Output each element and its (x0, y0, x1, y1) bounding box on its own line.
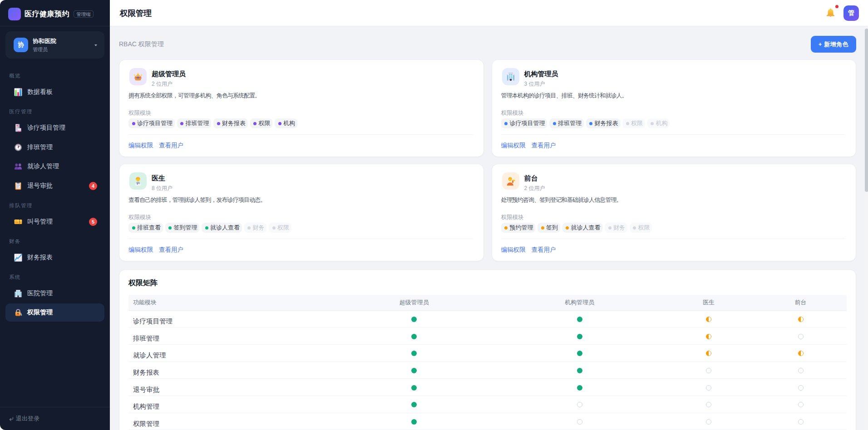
role-links: 编辑权限查看用户 (128, 246, 473, 254)
sidebar-item-权限管理[interactable]: 权限管理 (5, 303, 104, 322)
sidebar-item-叫号管理[interactable]: 叫号管理5 (5, 213, 104, 231)
matrix-column-header: 机构管理员 (496, 295, 663, 310)
role-name: 医生 (152, 175, 173, 182)
admin-badge: 管理端 (74, 10, 94, 18)
sidebar-item-label: 就诊人管理 (27, 162, 59, 171)
role-card-head: 前台2 位用户 (501, 172, 845, 191)
role-user-count: 3 位用户 (524, 81, 558, 87)
scrollbar-thumb[interactable] (865, 29, 868, 192)
view-users-link[interactable]: 查看用户 (159, 142, 183, 150)
matrix-cell (663, 379, 755, 396)
notifications-button[interactable] (825, 8, 836, 18)
sidebar-item-退号审批[interactable]: 退号审批4 (5, 177, 104, 195)
view-users-link[interactable]: 查看用户 (159, 246, 183, 254)
app-logo-icon (8, 8, 21, 20)
matrix-row-权限管理: 权限管理 (128, 413, 847, 430)
matrix-column-header: 前台 (755, 295, 847, 310)
module-tag: 就诊人查看 (562, 223, 603, 233)
sidebar-item-就诊人管理[interactable]: 就诊人管理 (5, 157, 104, 176)
matrix-cell (332, 396, 496, 413)
matrix-cell (332, 379, 496, 396)
matrix-cell (663, 362, 755, 379)
logout-button[interactable]: 退出登录 (0, 407, 110, 430)
edit-permissions-link[interactable]: 编辑权限 (501, 246, 526, 254)
module-tags: 排班查看签到管理就诊人查看财务权限 (128, 223, 473, 233)
matrix-cell (755, 379, 847, 396)
role-meta: 前台2 位用户 (524, 172, 545, 191)
role-name: 机构管理员 (524, 70, 558, 78)
logout-label: 退出登录 (16, 415, 39, 423)
topbar: 权限管理 管 (110, 0, 868, 26)
module-tag: 排班管理 (177, 118, 212, 128)
user-avatar[interactable]: 管 (843, 5, 859, 21)
role-card-head: 机构管理员3 位用户 (501, 68, 845, 87)
view-users-link[interactable]: 查看用户 (532, 142, 556, 150)
sidebar-item-label: 退号审批 (27, 182, 53, 190)
hospital-info: 协和医院 管理员 (33, 38, 56, 53)
scrollbar[interactable] (864, 26, 868, 430)
crown-icon (133, 72, 143, 82)
role-description: 处理预约咨询、签到登记和基础就诊人信息管理。 (501, 195, 845, 205)
permission-half-icon (706, 317, 711, 322)
permission-none-icon (706, 385, 711, 391)
count-badge: 4 (89, 182, 97, 190)
module-tag: 签到 (538, 223, 560, 233)
matrix-cell (332, 413, 496, 430)
sidebar-item-数据看板[interactable]: 数据看板 (5, 83, 104, 101)
role-card-head: 超级管理员2 位用户 (128, 68, 473, 87)
permission-matrix-card: 权限矩阵 功能模块超级管理员机构管理员医生前台诊疗项目管理排班管理就诊人管理财务… (119, 269, 856, 430)
modules-label: 权限模块 (128, 214, 473, 221)
add-role-button[interactable]: + 新增角色 (811, 36, 856, 53)
chart-up-icon (14, 253, 23, 262)
module-tag: 机构 (647, 118, 670, 128)
view-users-link[interactable]: 查看用户 (532, 246, 556, 254)
nav-group: 系统医院管理权限管理 (0, 274, 110, 322)
permission-full-icon (411, 385, 417, 391)
tag-dot (608, 226, 612, 230)
matrix-row-排班管理: 排班管理 (128, 327, 847, 345)
app-title: 医疗健康预约 (25, 10, 69, 19)
module-tag: 权限 (269, 223, 291, 233)
main-area: 权限管理 管 RBAC 权限管理 + 新增角色 超级管理员2 位用户拥有系统全部… (110, 0, 868, 430)
tag-dot (278, 122, 281, 125)
page-subtitle: RBAC 权限管理 (119, 40, 164, 49)
edit-permissions-link[interactable]: 编辑权限 (128, 246, 153, 254)
tag-dot (253, 122, 256, 125)
sidebar-item-财务报表[interactable]: 财务报表 (5, 249, 104, 267)
module-tag: 财务 (605, 223, 627, 233)
role-name: 超级管理员 (152, 70, 186, 78)
tag-dot (589, 122, 592, 125)
hospital-selector[interactable]: 协 协和医院 管理员 (5, 31, 104, 59)
role-icon-box (502, 172, 519, 190)
role-icon-box (129, 172, 147, 190)
nav-group: 排队管理叫号管理5 (0, 202, 110, 231)
matrix-module-name: 诊疗项目管理 (128, 310, 332, 327)
edit-permissions-link[interactable]: 编辑权限 (501, 142, 526, 150)
tag-dot (633, 226, 636, 230)
matrix-cell (755, 413, 847, 430)
matrix-cell (496, 344, 663, 362)
doctor-icon (133, 176, 143, 186)
permission-matrix-table: 功能模块超级管理员机构管理员医生前台诊疗项目管理排班管理就诊人管理财务报表退号审… (128, 295, 847, 430)
matrix-cell (755, 362, 847, 379)
matrix-table-body: 诊疗项目管理排班管理就诊人管理财务报表退号审批机构管理权限管理 (128, 310, 847, 430)
matrix-row-就诊人管理: 就诊人管理 (128, 344, 847, 362)
role-description: 查看自己的排班，管理就诊人签到，发布诊疗项目动态。 (128, 195, 473, 205)
module-tag: 权限 (250, 118, 273, 128)
modules-label: 权限模块 (128, 109, 473, 117)
matrix-header-row: 功能模块超级管理员机构管理员医生前台 (128, 295, 847, 310)
sidebar-item-排班管理[interactable]: 排班管理 (5, 138, 104, 156)
matrix-cell (755, 344, 847, 362)
nav-group: 医疗管理诊疗项目管理排班管理就诊人管理退号审批4 (0, 108, 110, 195)
matrix-cell (663, 396, 755, 413)
sidebar-item-诊疗项目管理[interactable]: 诊疗项目管理 (5, 119, 104, 137)
permission-none-icon (706, 368, 711, 373)
permission-full-icon (411, 368, 417, 373)
sidebar-item-医院管理[interactable]: 医院管理 (5, 284, 104, 303)
module-tag: 预约管理 (501, 223, 536, 233)
logout-icon (8, 416, 14, 422)
hospital-role: 管理员 (33, 46, 56, 53)
matrix-cell (332, 327, 496, 345)
edit-permissions-link[interactable]: 编辑权限 (128, 142, 153, 150)
tag-dot (180, 122, 183, 125)
